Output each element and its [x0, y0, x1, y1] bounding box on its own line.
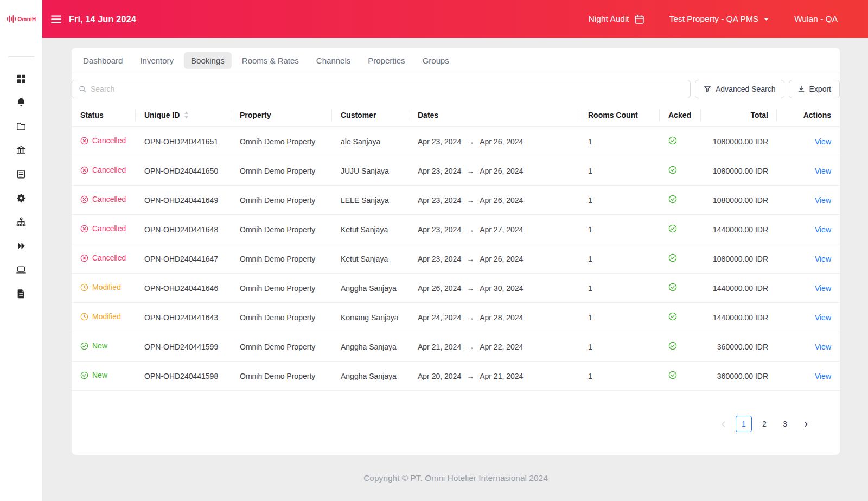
- user-menu[interactable]: Wulan - QA: [794, 14, 838, 24]
- acked-check-icon: [668, 283, 677, 291]
- column-header-acked: Acked: [660, 104, 701, 127]
- tab-groups[interactable]: Groups: [416, 52, 456, 69]
- cell-rooms-count: 1: [579, 244, 660, 274]
- column-header-rooms-count: Rooms Count: [579, 104, 660, 127]
- acked-check-icon: [668, 253, 677, 262]
- cell-acked: [660, 156, 701, 186]
- tab-channels[interactable]: Channels: [309, 52, 358, 69]
- date-from: Apr 23, 2024: [418, 225, 461, 234]
- cell-actions: View: [777, 303, 840, 332]
- export-button[interactable]: Export: [789, 80, 840, 98]
- status-badge: New: [80, 371, 107, 379]
- laptop-icon[interactable]: [9, 258, 33, 282]
- arrow-right-icon: →: [467, 196, 474, 205]
- table-row: ModifiedOPN-OHD240441646Omnih Demo Prope…: [72, 274, 840, 303]
- status-badge: Cancelled: [80, 195, 126, 204]
- cell-dates: Apr 23, 2024→Apr 26, 2024: [409, 127, 579, 156]
- cell-rooms-count: 1: [579, 156, 660, 186]
- cell-customer: Anggha Sanjaya: [332, 362, 409, 391]
- view-link[interactable]: View: [815, 137, 831, 146]
- double-chevron-icon[interactable]: [9, 234, 33, 258]
- pagination-page-2[interactable]: 2: [756, 416, 773, 432]
- table-row: CancelledOPN-OHD240441650Omnih Demo Prop…: [72, 156, 840, 186]
- status-label: Modified: [92, 312, 121, 321]
- date-from: Apr 20, 2024: [418, 372, 461, 380]
- view-link[interactable]: View: [815, 313, 831, 322]
- status-badge: Cancelled: [80, 136, 126, 145]
- view-link[interactable]: View: [815, 372, 831, 380]
- date-to: Apr 21, 2024: [480, 372, 523, 380]
- menu-icon[interactable]: [50, 13, 62, 26]
- search-input[interactable]: [91, 85, 684, 93]
- table-row: NewOPN-OHD240441598Omnih Demo PropertyAn…: [72, 362, 840, 391]
- status-badge: Cancelled: [80, 166, 126, 174]
- arrow-right-icon: →: [467, 225, 474, 234]
- cell-property: Omnih Demo Property: [231, 274, 332, 303]
- view-link[interactable]: View: [815, 225, 831, 234]
- pagination-page-1[interactable]: 1: [736, 416, 752, 432]
- cell-unique-id: OPN-OHD240441598: [136, 362, 231, 391]
- pagination-page-3[interactable]: 3: [777, 416, 793, 432]
- dashboard-icon[interactable]: [9, 67, 33, 91]
- bookings-table: StatusUnique IDPropertyCustomerDatesRoom…: [72, 104, 840, 391]
- calendar-icon: [634, 14, 644, 24]
- sort-icon[interactable]: [184, 111, 189, 119]
- cell-property: Omnih Demo Property: [231, 303, 332, 332]
- main-column: Fri, 14 Jun 2024 Night Audit Test Proper…: [42, 0, 868, 501]
- view-link[interactable]: View: [815, 167, 831, 175]
- cell-total: 1440000.00 IDR: [701, 303, 777, 332]
- cell-customer: Anggha Sanjaya: [332, 332, 409, 362]
- column-header-property: Property: [231, 104, 332, 127]
- view-link[interactable]: View: [815, 196, 831, 205]
- report-icon[interactable]: [9, 282, 33, 306]
- folder-icon[interactable]: [9, 115, 33, 138]
- date-to: Apr 26, 2024: [480, 196, 523, 205]
- logo-text: OmniH: [18, 16, 36, 22]
- view-link[interactable]: View: [815, 284, 831, 293]
- status-cancelled-icon: [80, 166, 88, 174]
- tab-inventory[interactable]: Inventory: [133, 52, 181, 69]
- cluster-icon[interactable]: [9, 210, 33, 234]
- notifications-icon[interactable]: [9, 91, 33, 115]
- date-to: Apr 26, 2024: [480, 255, 523, 263]
- advanced-search-label: Advanced Search: [716, 85, 776, 93]
- view-link[interactable]: View: [815, 343, 831, 351]
- tab-bookings[interactable]: Bookings: [184, 52, 232, 69]
- arrow-right-icon: →: [467, 284, 474, 293]
- cell-dates: Apr 23, 2024→Apr 27, 2024: [409, 215, 579, 244]
- cell-rooms-count: 1: [579, 332, 660, 362]
- cell-unique-id: OPN-OHD240441650: [136, 156, 231, 186]
- status-label: New: [92, 371, 107, 379]
- cell-customer: Komang Sanjaya: [332, 303, 409, 332]
- tab-rooms-rates[interactable]: Rooms & Rates: [235, 52, 306, 69]
- date-from: Apr 21, 2024: [418, 343, 461, 351]
- status-new-icon: [80, 342, 88, 350]
- pagination-next[interactable]: [797, 416, 814, 432]
- night-audit-button[interactable]: Night Audit: [589, 14, 644, 24]
- cell-rooms-count: 1: [579, 186, 660, 215]
- date-to: Apr 26, 2024: [480, 167, 523, 175]
- cell-customer: LELE Sanjaya: [332, 186, 409, 215]
- advanced-search-button[interactable]: Advanced Search: [695, 80, 784, 98]
- cell-property: Omnih Demo Property: [231, 215, 332, 244]
- status-label: Cancelled: [92, 136, 126, 145]
- cell-dates: Apr 23, 2024→Apr 26, 2024: [409, 244, 579, 274]
- app-logo[interactable]: OmniH: [0, 0, 42, 38]
- pagination-prev[interactable]: [715, 416, 731, 432]
- toolbar: Advanced Search Export: [72, 73, 840, 104]
- settings-icon[interactable]: [9, 186, 33, 210]
- date-to: Apr 30, 2024: [480, 284, 523, 293]
- table-row: NewOPN-OHD240441599Omnih Demo PropertyAn…: [72, 332, 840, 362]
- tab-dashboard[interactable]: Dashboard: [76, 52, 130, 69]
- view-link[interactable]: View: [815, 255, 831, 263]
- arrow-right-icon: →: [467, 372, 474, 380]
- column-header-unique-id[interactable]: Unique ID: [136, 104, 231, 127]
- cell-status: Cancelled: [72, 186, 136, 215]
- form-icon[interactable]: [9, 162, 33, 186]
- arrow-right-icon: →: [467, 137, 474, 146]
- property-icon[interactable]: [9, 138, 33, 162]
- property-selector[interactable]: Test Property - QA PMS: [669, 14, 770, 24]
- status-label: New: [92, 341, 107, 350]
- status-cancelled-icon: [80, 137, 88, 145]
- tab-properties[interactable]: Properties: [361, 52, 412, 69]
